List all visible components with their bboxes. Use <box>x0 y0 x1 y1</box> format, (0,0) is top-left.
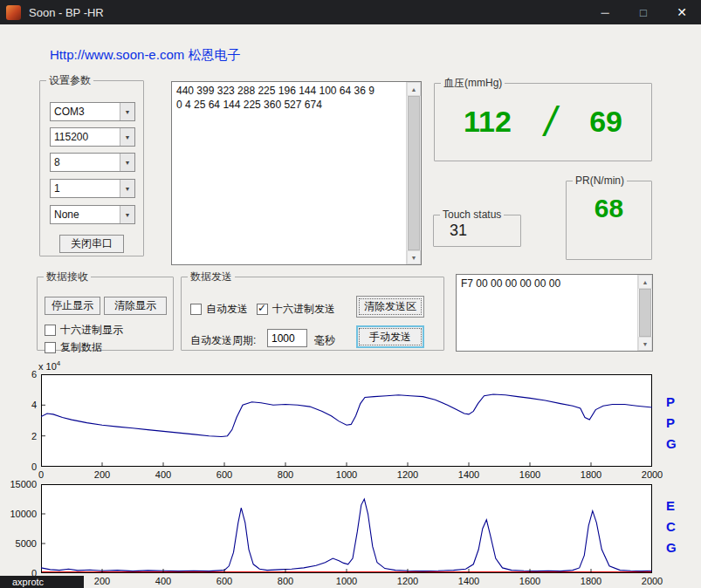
scrollbar-thumb[interactable] <box>639 289 651 337</box>
data-bits-value: 8 <box>51 154 120 171</box>
chevron-down-icon[interactable]: ▼ <box>120 154 134 171</box>
window-title: Soon - BP -HR <box>29 6 104 19</box>
clear-send-button[interactable]: 清除发送区 <box>356 296 424 318</box>
data-send-group: 数据发送 自动发送 十六进制发送 清除发送区 自动发送周期: 毫秒 手动发送 <box>181 270 444 351</box>
checkbox-icon[interactable] <box>190 304 202 315</box>
stop-bits-value: 1 <box>51 180 120 197</box>
bp-group-title: 血压(mmHg) <box>441 76 505 91</box>
maximize-button[interactable]: □ <box>624 0 663 24</box>
com-port-value: COM3 <box>51 103 120 120</box>
x-tick-label: 1400 <box>458 576 479 586</box>
data-bits-dropdown[interactable]: 8 ▼ <box>50 153 135 172</box>
y-tick-label: 10000 <box>10 509 37 519</box>
website-link[interactable]: Http://www.soon-e.com 松恩电子 <box>50 47 240 64</box>
x-tick-label: 200 <box>94 576 110 586</box>
ecg-chart: 050001000015000 020040060080010001200140… <box>0 479 701 588</box>
checkbox-icon[interactable] <box>45 342 56 353</box>
x-tick-label: 1800 <box>581 576 601 586</box>
ppg-chart: x 104 0246 02004006008001000120014001600… <box>0 356 701 483</box>
scroll-up-icon[interactable]: ▲ <box>638 275 652 289</box>
bp-diastolic-value: 69 <box>589 105 622 139</box>
x-tick-label: 1200 <box>397 576 418 586</box>
auto-send-label: 自动发送 <box>206 302 248 317</box>
hex-display-checkbox[interactable]: 十六进制显示 <box>45 323 123 338</box>
clear-display-button[interactable]: 清除显示 <box>104 297 167 315</box>
taskbar-fragment: axprotc <box>0 576 84 588</box>
pr-group: PR(N/min) 68 <box>566 174 652 260</box>
ecg-y-tick-labels: 050001000015000 <box>2 484 37 573</box>
x-tick-label: 2000 <box>642 576 663 586</box>
receive-textarea[interactable]: 440 399 323 288 225 196 144 100 64 36 9 … <box>171 81 422 265</box>
copy-data-label: 复制数据 <box>60 340 102 355</box>
scroll-down-icon[interactable]: ▼ <box>407 250 421 264</box>
close-serial-port-button[interactable]: 关闭串口 <box>59 235 124 253</box>
window-controls: ─ □ ✕ <box>586 0 701 24</box>
hex-send-label: 十六进制发送 <box>272 302 335 317</box>
y-tick-label: 15000 <box>10 479 37 489</box>
touch-status-value: 31 <box>450 222 520 240</box>
touch-status-title: Touch status <box>440 209 504 221</box>
scroll-down-icon[interactable]: ▼ <box>638 337 652 351</box>
bp-group: 血压(mmHg) 112 / 69 <box>434 76 652 161</box>
com-port-dropdown[interactable]: COM3 ▼ <box>50 102 135 121</box>
chevron-down-icon[interactable]: ▼ <box>120 180 134 197</box>
send-text: F7 00 00 00 00 00 00 <box>457 275 636 351</box>
ppg-y-axis-multiplier: x 104 <box>38 359 60 372</box>
ecg-x-tick-labels: 0200400600800100012001400160018002000 <box>41 575 652 587</box>
ppg-plot-svg <box>41 374 652 467</box>
scroll-up-icon[interactable]: ▲ <box>407 82 421 96</box>
x-tick-label: 1000 <box>336 576 357 586</box>
hex-send-checkbox[interactable]: 十六进制发送 <box>257 302 335 317</box>
receive-text: 440 399 323 288 225 196 144 100 64 36 9 … <box>172 82 405 264</box>
pr-group-title: PR(N/min) <box>573 174 627 187</box>
checkbox-icon[interactable] <box>257 304 268 315</box>
baud-rate-dropdown[interactable]: 115200 ▼ <box>50 127 135 147</box>
app-icon <box>6 5 21 20</box>
ecg-axis-label: E C G <box>666 498 677 555</box>
ecg-plot-svg <box>41 484 652 573</box>
receive-scrollbar[interactable]: ▲ ▼ <box>406 82 421 264</box>
x-tick-label: 600 <box>216 576 232 586</box>
parity-value: None <box>51 206 120 223</box>
send-scrollbar[interactable]: ▲ ▼ <box>637 275 652 351</box>
ppg-y-tick-labels: 0246 <box>5 374 37 467</box>
chevron-down-icon[interactable]: ▼ <box>120 103 134 120</box>
auto-send-period-input[interactable] <box>267 329 307 347</box>
ppg-plot-area <box>41 374 652 467</box>
data-receive-group: 数据接收 停止显示 清除显示 十六进制显示 复制数据 <box>37 270 174 351</box>
pr-value: 68 <box>567 194 651 223</box>
copy-data-checkbox[interactable]: 复制数据 <box>45 340 102 355</box>
auto-send-checkbox[interactable]: 自动发送 <box>190 302 248 317</box>
close-button[interactable]: ✕ <box>663 0 701 24</box>
ecg-plot-area <box>41 484 652 573</box>
send-textarea[interactable]: F7 00 00 00 00 00 00 ▲ ▼ <box>456 274 653 352</box>
y-tick-label: 5000 <box>16 538 37 549</box>
x-tick-label: 800 <box>278 576 293 586</box>
y-tick-label: 0 <box>31 462 37 472</box>
auto-send-period-label: 自动发送周期: <box>190 333 256 348</box>
title-bar: Soon - BP -HR ─ □ ✕ <box>0 0 701 24</box>
bp-slash: / <box>545 98 556 146</box>
hex-display-label: 十六进制显示 <box>60 323 123 338</box>
data-receive-title: 数据接收 <box>44 270 91 284</box>
x-tick-label: 1600 <box>519 576 540 586</box>
settings-group-title: 设置参数 <box>46 73 93 88</box>
bp-systolic-value: 112 <box>464 105 512 139</box>
app-window: Soon - BP -HR ─ □ ✕ Http://www.soon-e.co… <box>0 0 701 588</box>
chevron-down-icon[interactable]: ▼ <box>120 128 134 146</box>
baud-rate-value: 115200 <box>51 128 120 146</box>
parity-dropdown[interactable]: None ▼ <box>50 205 135 224</box>
chevron-down-icon[interactable]: ▼ <box>120 206 134 223</box>
stop-bits-dropdown[interactable]: 1 ▼ <box>50 179 135 198</box>
y-tick-label: 2 <box>31 431 37 441</box>
touch-status-group: Touch status 31 <box>433 209 521 247</box>
y-tick-label: 6 <box>31 369 37 379</box>
checkbox-icon[interactable] <box>45 325 56 336</box>
y-tick-label: 4 <box>31 400 37 410</box>
stop-display-button[interactable]: 停止显示 <box>45 297 100 315</box>
minimize-button[interactable]: ─ <box>586 0 624 24</box>
scrollbar-thumb[interactable] <box>408 96 420 250</box>
x-tick-label: 400 <box>155 576 171 586</box>
settings-group: 设置参数 COM3 ▼ 115200 ▼ 8 ▼ 1 ▼ None ▼ 关闭串口 <box>39 73 144 256</box>
manual-send-button[interactable]: 手动发送 <box>356 325 424 348</box>
